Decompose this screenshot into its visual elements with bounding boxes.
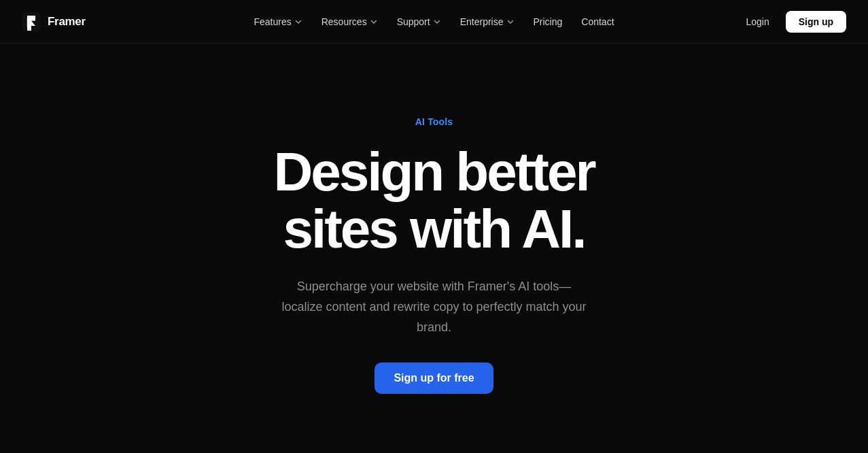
- chevron-down-icon: [370, 18, 378, 26]
- chevron-down-icon: [506, 18, 514, 26]
- hero-subtitle: Supercharge your website with Framer's A…: [278, 277, 591, 337]
- brand-name: Framer: [48, 15, 86, 29]
- cta-button[interactable]: Sign up for free: [375, 363, 493, 394]
- chevron-down-icon: [294, 18, 302, 26]
- login-button[interactable]: Login: [735, 12, 780, 32]
- navbar: Framer Features Resources Support Enterp…: [0, 0, 868, 44]
- nav-contact[interactable]: Contact: [573, 12, 622, 31]
- nav-links: Features Resources Support Enterprise Pr…: [245, 12, 622, 31]
- nav-support[interactable]: Support: [389, 12, 449, 31]
- nav-support-label: Support: [397, 16, 430, 27]
- hero-title: Design better sites with AI.: [273, 144, 594, 258]
- hero-title-line2: sites with AI.: [283, 199, 585, 259]
- nav-pricing[interactable]: Pricing: [525, 12, 570, 31]
- nav-resources-label: Resources: [322, 16, 367, 27]
- hero-tag: AI Tools: [415, 116, 453, 127]
- brand-logo[interactable]: Framer: [22, 12, 86, 31]
- hero-title-line1: Design better: [273, 141, 594, 202]
- nav-resources[interactable]: Resources: [313, 12, 386, 31]
- chevron-down-icon: [433, 18, 441, 26]
- nav-features[interactable]: Features: [245, 12, 310, 31]
- nav-actions: Login Sign up: [735, 11, 846, 33]
- framer-logo-icon: [22, 12, 41, 31]
- nav-enterprise[interactable]: Enterprise: [452, 12, 523, 31]
- signup-button[interactable]: Sign up: [786, 11, 846, 33]
- nav-contact-label: Contact: [581, 16, 614, 27]
- nav-features-label: Features: [254, 16, 291, 27]
- nav-pricing-label: Pricing: [533, 16, 562, 27]
- nav-enterprise-label: Enterprise: [460, 16, 504, 27]
- hero-section: AI Tools Design better sites with AI. Su…: [0, 44, 868, 453]
